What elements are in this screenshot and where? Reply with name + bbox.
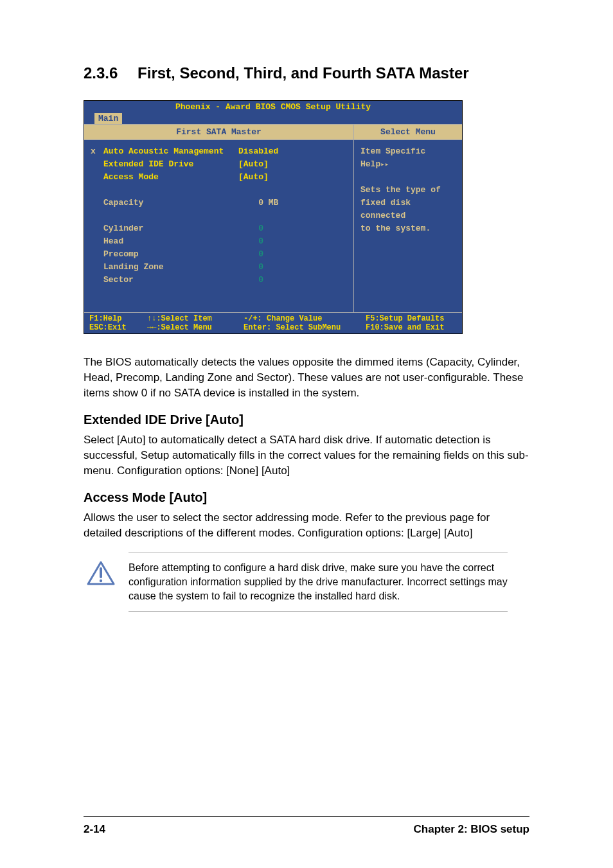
section-heading: 2.3.6 First, Second, Third, and Fourth S… [84,64,529,82]
bios-tab-row: Main [84,113,462,124]
bios-value: Disabled [238,145,347,158]
bios-spacer [91,209,347,222]
caution-icon [87,561,119,589]
bios-footer-item: →←:Select Menu [147,323,244,332]
note-block: Before attempting to configure a hard di… [129,553,508,612]
subheading-access-mode: Access Mode [Auto] [84,490,529,505]
paragraph: Select [Auto] to automatically detect a … [84,432,529,479]
page-number: 2-14 [84,823,105,836]
bios-row: Sector 0 [91,274,347,287]
bios-row: Access Mode [Auto] [91,171,347,184]
paragraph: The BIOS automatically detects the value… [84,355,529,401]
bios-body: x Auto Acoustic Management Disabled Exte… [84,140,462,312]
note-text: Before attempting to configure a hard di… [129,561,508,603]
bios-marker: x [91,145,103,158]
bios-row: x Auto Acoustic Management Disabled [91,145,347,158]
bios-footer-item: F5:Setup Defaults [366,314,457,323]
chapter-label: Chapter 2: BIOS setup [414,823,529,836]
bios-help-title: Item Specific Help▸▸ [360,145,456,171]
bios-marker [91,261,103,274]
bios-footer-item: F1:Help [89,314,147,323]
bios-row: Head 0 [91,235,347,248]
bios-label: Auto Acoustic Management [103,145,238,158]
bios-spacer [360,171,456,184]
bios-footer-item: -/+: Change Value [244,314,366,323]
bios-value: 0 [238,222,347,235]
bios-row: Landing Zone 0 [91,261,347,274]
bios-label: Sector [103,274,238,287]
bios-help-line: to the system. [360,222,456,235]
bios-footer-item: ↑↓:Select Item [147,314,244,323]
section-title: First, Second, Third, and Fourth SATA Ma… [138,64,469,82]
bios-marker [91,274,103,287]
bios-header-left: First SATA Master [84,125,354,139]
bios-help-line: Sets the type of [360,184,456,197]
bios-marker [91,235,103,248]
bios-tab-main: Main [92,113,125,124]
bios-footer-item: Enter: Select SubMenu [244,323,366,332]
bios-header-right: Select Menu [354,125,462,139]
bios-help-line: fixed disk connected [360,197,456,222]
bios-marker [91,248,103,261]
bios-value: [Auto] [238,158,347,171]
bios-row: Capacity 0 MB [91,197,347,209]
bios-footer-item: ESC:Exit [89,323,147,332]
section-number: 2.3.6 [84,64,118,82]
bios-header-row: First SATA Master Select Menu [84,124,462,140]
bios-value: [Auto] [238,171,347,184]
bios-label: Capacity [103,197,238,209]
bios-body-left: x Auto Acoustic Management Disabled Exte… [84,140,354,312]
bios-value: 0 MB [238,197,347,209]
bios-marker [91,171,103,184]
bios-value: 0 [238,274,347,287]
bios-value: 0 [238,261,347,274]
bios-label: Access Mode [103,171,238,184]
bios-value: 0 [238,235,347,248]
bios-title: Phoenix - Award BIOS CMOS Setup Utility [84,101,462,113]
bios-value: 0 [238,248,347,261]
bios-footer: F1:Help ↑↓:Select Item -/+: Change Value… [84,312,462,333]
page-footer: 2-14 Chapter 2: BIOS setup [84,816,529,836]
bios-help-panel: Item Specific Help▸▸ Sets the type of fi… [354,140,462,312]
arrow-icon: ▸▸ [380,161,389,168]
bios-spacer [91,184,347,197]
bios-label: Head [103,235,238,248]
bios-label: Extended IDE Drive [103,158,238,171]
subheading-extended-ide: Extended IDE Drive [Auto] [84,412,529,427]
bios-marker [91,197,103,209]
bios-label: Precomp [103,248,238,261]
bios-footer-item: F10:Save and Exit [366,323,457,332]
svg-point-2 [100,580,102,582]
bios-row: Extended IDE Drive [Auto] [91,158,347,171]
bios-marker [91,158,103,171]
bios-marker [91,222,103,235]
bios-screenshot: Phoenix - Award BIOS CMOS Setup Utility … [84,100,463,334]
bios-help-title-text: Item Specific Help [360,146,425,169]
bios-row: Cylinder 0 [91,222,347,235]
paragraph: Allows the user to select the sector add… [84,510,529,541]
bios-label: Cylinder [103,222,238,235]
bios-label: Landing Zone [103,261,238,274]
bios-row: Precomp 0 [91,248,347,261]
